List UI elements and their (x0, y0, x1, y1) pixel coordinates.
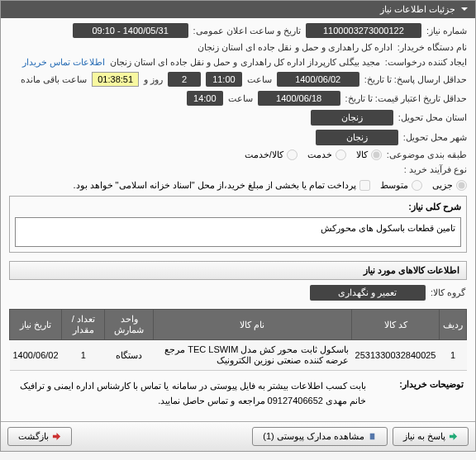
items-table: ردیف کد کالا نام کالا واحد شمارش تعداد /… (9, 309, 467, 371)
radio-proc-mid-input[interactable] (412, 180, 422, 191)
city-label: شهر محل تحویل: (403, 132, 467, 143)
reply-button[interactable]: پاسخ به نیاز (393, 427, 469, 446)
cell-qty: 1 (62, 340, 105, 371)
buyer-note-text: بابت کسب اطلاعات بیشتر به فایل پیوستی در… (12, 379, 366, 408)
announce-dt-value: 1400/05/31 - 09:10 (73, 23, 188, 38)
attachments-button[interactable]: مشاهده مدارک پیوستی (1) (252, 427, 388, 446)
need-details-panel: جزئیات اطلاعات نیاز شماره نیاز: 11000032… (0, 0, 476, 452)
th-name: نام کالا (153, 310, 351, 340)
need-no-value: 1100003273000122 (306, 23, 421, 38)
panel-title: جزئیات اطلاعات نیاز (380, 4, 455, 15)
radio-goods-label: کالا (356, 149, 368, 160)
reply-button-label: پاسخ به نیاز (403, 431, 445, 442)
radio-proc-part[interactable]: جزیی (432, 180, 467, 191)
radio-both-label: کالا/خدمت (245, 149, 283, 160)
deadline-time: 11:00 (206, 72, 242, 87)
cell-name: باسکول ثابت محور کش مدل TEC LSWIM مرجع ع… (153, 340, 351, 371)
deadline-label: حداقل ارسال پاسخ: تا تاریخ: (364, 74, 467, 85)
credit-date: 1400/06/18 (258, 91, 340, 106)
radio-proc-part-label: جزیی (432, 180, 453, 191)
footer-bar: پاسخ به نیاز مشاهده مدارک پیوستی (1) باز… (1, 421, 475, 451)
days-label: روز و (144, 74, 163, 85)
need-no-label: شماره نیاز: (426, 26, 467, 36)
creator-label: ایجاد کننده درخواست: (385, 57, 467, 68)
th-code: کد کالا (352, 310, 440, 340)
general-desc-section: شرح کلی نیاز: تامین قطعات باسکول های محو… (9, 196, 467, 253)
items-header: اطلاعات کالاهای مورد نیاز (9, 261, 467, 280)
attachments-button-label: مشاهده مدارک پیوستی (1) (263, 431, 364, 442)
proc-note: پرداخت تمام یا بخشی از مبلغ خرید،از محل … (73, 180, 356, 191)
countdown: 01:38:51 (92, 72, 139, 87)
proc-checkbox-input[interactable] (359, 180, 370, 191)
radio-proc-mid[interactable]: متوسط (380, 180, 422, 191)
radio-both[interactable]: کالا/خدمت (245, 149, 298, 160)
announce-dt-label: تاریخ و ساعت اعلان عمومی: (193, 26, 301, 36)
collapse-icon[interactable] (460, 5, 469, 15)
process-radios: جزیی متوسط پرداخت تمام یا بخشی از مبلغ خ… (73, 180, 467, 191)
th-qty: تعداد / مقدار (62, 310, 105, 340)
panel-body: شماره نیاز: 1100003273000122 تاریخ و ساع… (1, 18, 475, 421)
creator-value: مجید بیگلی کارپرداز اداره کل راهداری و ح… (110, 57, 380, 68)
radio-service[interactable]: خدمت (307, 149, 346, 160)
table-header-row: ردیف کد کالا نام کالا واحد شمارش تعداد /… (10, 310, 467, 340)
hour-label-2: ساعت (228, 93, 253, 104)
cell-unit: دستگاه (105, 340, 153, 371)
credit-deadline-label: حداقل تاریخ اعتبار قیمت: تا تاریخ: (345, 93, 467, 104)
buyer-org-label: نام دستگاه خریدار: (397, 42, 467, 53)
back-button[interactable]: بازگشت (7, 427, 72, 446)
proc-checkbox[interactable]: پرداخت تمام یا بخشی از مبلغ خرید،از محل … (73, 180, 370, 191)
panel-header: جزئیات اطلاعات نیاز (1, 1, 475, 18)
city-value: زنجان (316, 130, 398, 145)
credit-time: 14:00 (187, 91, 223, 106)
cell-date: 1400/06/02 (10, 340, 62, 371)
radio-service-input[interactable] (336, 149, 346, 160)
deadline-date: 1400/06/02 (277, 72, 359, 87)
reply-icon (449, 432, 458, 441)
general-desc-value: تامین قطعات باسکول های محورکش (15, 217, 461, 247)
state-label: استان محل تحویل: (398, 112, 467, 123)
th-date: تاریخ نیاز (10, 310, 62, 340)
item-group-value: تعمیر و نگهداری (310, 285, 426, 301)
table-row: 1 2531330032840025 باسکول ثابت محور کش م… (10, 340, 467, 371)
radio-both-input[interactable] (287, 149, 298, 160)
th-unit: واحد شمارش (105, 310, 153, 340)
buyer-note-row: توضیحات خریدار: بابت کسب اطلاعات بیشتر ب… (9, 371, 467, 416)
radio-goods[interactable]: کالا (356, 149, 382, 160)
cell-code: 2531330032840025 (352, 340, 440, 371)
state-value: زنجان (311, 110, 393, 126)
buyer-note-label: توضیحات خریدار: (373, 379, 464, 390)
radio-service-label: خدمت (307, 149, 332, 160)
contact-link[interactable]: اطلاعات تماس خریدار (22, 57, 105, 68)
buyer-org-value: اداره کل راهداری و حمل و نقل جاده ای است… (198, 42, 393, 53)
back-button-label: بازگشت (18, 431, 49, 442)
category-label: طبقه بندی موضوعی: (387, 149, 467, 160)
radio-proc-mid-label: متوسط (380, 180, 408, 191)
item-group-label: گروه کالا: (431, 287, 465, 298)
radio-goods-input[interactable] (371, 149, 382, 160)
cell-row: 1 (440, 340, 467, 371)
category-radios: کالا خدمت کالا/خدمت (245, 149, 382, 160)
remaining-label: ساعت باقی مانده (21, 74, 87, 85)
radio-proc-part-input[interactable] (456, 180, 467, 191)
back-icon (52, 432, 61, 441)
deadline-days: 2 (168, 72, 201, 87)
paperclip-icon (368, 432, 377, 441)
general-desc-label: شرح کلی نیاز: (15, 202, 461, 212)
buy-process-label: نوع فرآیند خرید : (404, 164, 467, 175)
hour-label-1: ساعت (247, 74, 272, 85)
th-row: ردیف (440, 310, 467, 340)
